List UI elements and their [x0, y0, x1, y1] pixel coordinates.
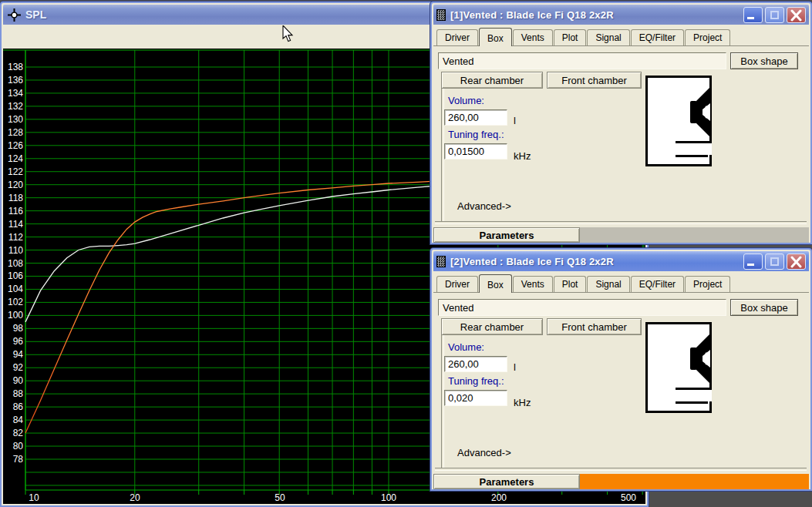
minimize-icon [747, 264, 754, 266]
y-axis-tick-label: 98 [3, 323, 23, 334]
y-axis-tick-label: 108 [3, 258, 23, 269]
maximize-button[interactable] [765, 7, 784, 23]
volume-input[interactable] [444, 109, 507, 126]
tab-box[interactable]: Box [479, 274, 512, 293]
maximize-button[interactable] [765, 254, 784, 270]
tuning-freq-unit: kHz [514, 150, 531, 162]
tab-page-border [435, 468, 807, 471]
tab-eq-filter[interactable]: EQ/Filter [631, 29, 684, 45]
x-axis-tick-label: 100 [381, 492, 396, 503]
tab-bar: DriverBoxVentsPlotSignalEQ/FilterProject [433, 25, 809, 46]
tab-plot[interactable]: Plot [554, 276, 587, 292]
speaker-box-icon [436, 9, 446, 21]
tab-project[interactable]: Project [685, 276, 730, 292]
tab-plot[interactable]: Plot [554, 29, 587, 45]
curve-color-bar [580, 227, 809, 243]
window1-titlebar[interactable]: [1]Vented : Blade Ice Fi Q18 2x2R [433, 5, 809, 25]
volume-label: Volume: [448, 95, 484, 106]
close-button[interactable] [787, 254, 806, 270]
close-button[interactable] [787, 7, 806, 23]
vent-opening [709, 390, 712, 401]
advanced-button[interactable]: Advanced-> [457, 200, 511, 212]
speaker-driver-icon [689, 86, 713, 139]
y-axis-tick-label: 104 [3, 284, 23, 294]
y-axis-tick-label: 106 [3, 270, 23, 281]
y-axis-tick-label: 136 [3, 75, 23, 86]
y-axis-tick-label: 92 [3, 362, 23, 373]
y-axis-tick-label: 128 [3, 127, 23, 138]
tuning-freq-label: Tuning freq.: [448, 375, 504, 387]
parameters-button[interactable]: Parameters [433, 474, 580, 489]
vent-tube-line [676, 155, 708, 157]
tab-box[interactable]: Box [479, 28, 512, 46]
parameters-bar: Parameters [433, 474, 809, 489]
maximize-icon [770, 11, 779, 19]
x-axis-tick-label: 500 [621, 492, 636, 503]
speaker-box-icon [436, 256, 446, 267]
tab-signal[interactable]: Signal [587, 29, 629, 45]
x-axis-tick-label: 50 [275, 492, 285, 503]
tab-bar: DriverBoxVentsPlotSignalEQ/FilterProject [433, 272, 809, 293]
y-axis-tick-label: 120 [3, 180, 23, 190]
volume-unit: l [514, 361, 516, 373]
box-shape-button[interactable]: Box shape [730, 52, 798, 69]
box-shape-button[interactable]: Box shape [730, 299, 798, 316]
y-axis-tick-label: 102 [3, 297, 23, 307]
y-axis-tick-label: 134 [3, 88, 23, 99]
parameters-bar: Parameters [433, 227, 809, 243]
vent-tube-line [676, 141, 712, 143]
window2-titlebar[interactable]: [2]Vented : Blade Ice Fi Q18 2x2R [433, 251, 809, 271]
tuning-freq-label: Tuning freq.: [448, 129, 504, 140]
volume-input[interactable] [444, 356, 507, 372]
y-axis-tick-label: 118 [3, 193, 23, 203]
box-type-field[interactable]: Vented [438, 299, 726, 316]
y-axis-tick-label: 112 [3, 232, 23, 243]
front-chamber-tab[interactable]: Front chamber [547, 72, 642, 89]
y-axis-tick-label: 78 [3, 454, 23, 465]
y-axis-tick-label: 110 [3, 245, 23, 256]
vent-tube-line [676, 401, 708, 404]
volume-label: Volume: [448, 341, 484, 353]
y-axis-tick-label: 132 [3, 101, 23, 112]
y-axis-tick-label: 114 [3, 219, 23, 230]
tab-vents[interactable]: Vents [513, 276, 553, 292]
y-axis-tick-label: 90 [3, 375, 23, 386]
y-axis-tick-label: 94 [3, 349, 23, 360]
arrow-cursor-icon [282, 25, 294, 42]
tab-vents[interactable]: Vents [513, 29, 553, 45]
y-axis-tick-label: 126 [3, 140, 23, 151]
x-axis-tick-label: 10 [29, 492, 39, 503]
box-type-field[interactable]: Vented [438, 52, 726, 69]
window1-title: [1]Vented : Blade Ice Fi Q18 2x2R [450, 9, 743, 21]
project-window-2: [2]Vented : Blade Ice Fi Q18 2x2R Driver… [430, 248, 812, 491]
y-axis-tick-label: 122 [3, 166, 23, 177]
spl-window-title: SPL [25, 8, 46, 21]
y-axis-tick-label: 84 [3, 415, 23, 425]
front-chamber-tab[interactable]: Front chamber [547, 318, 642, 335]
minimize-button[interactable] [743, 7, 763, 23]
minimize-button[interactable] [743, 254, 763, 270]
tuning-freq-unit: kHz [514, 397, 531, 408]
maximize-icon [770, 257, 779, 266]
x-axis-tick-label: 200 [491, 492, 507, 503]
window2-title: [2]Vented : Blade Ice Fi Q18 2x2R [450, 256, 743, 267]
tab-driver[interactable]: Driver [436, 276, 478, 292]
parameters-button[interactable]: Parameters [433, 227, 580, 243]
rear-chamber-tab[interactable]: Rear chamber [441, 72, 543, 89]
x-axis-tick-label: 20 [130, 492, 140, 503]
y-axis-tick-label: 80 [3, 441, 23, 452]
tuning-freq-input[interactable] [444, 390, 507, 406]
advanced-button[interactable]: Advanced-> [457, 447, 511, 458]
close-icon [790, 256, 803, 268]
project-window-1: [1]Vented : Blade Ice Fi Q18 2x2R Driver… [430, 2, 812, 244]
tab-eq-filter[interactable]: EQ/Filter [631, 276, 684, 292]
tab-signal[interactable]: Signal [587, 276, 629, 292]
rear-chamber-tab[interactable]: Rear chamber [441, 318, 543, 335]
tab-project[interactable]: Project [685, 29, 730, 45]
tab-page-border [435, 221, 807, 224]
close-icon [790, 9, 803, 22]
box-diagram [645, 322, 712, 413]
tuning-freq-input[interactable] [444, 143, 507, 159]
y-axis-tick-label: 124 [3, 153, 23, 164]
tab-driver[interactable]: Driver [436, 29, 478, 45]
